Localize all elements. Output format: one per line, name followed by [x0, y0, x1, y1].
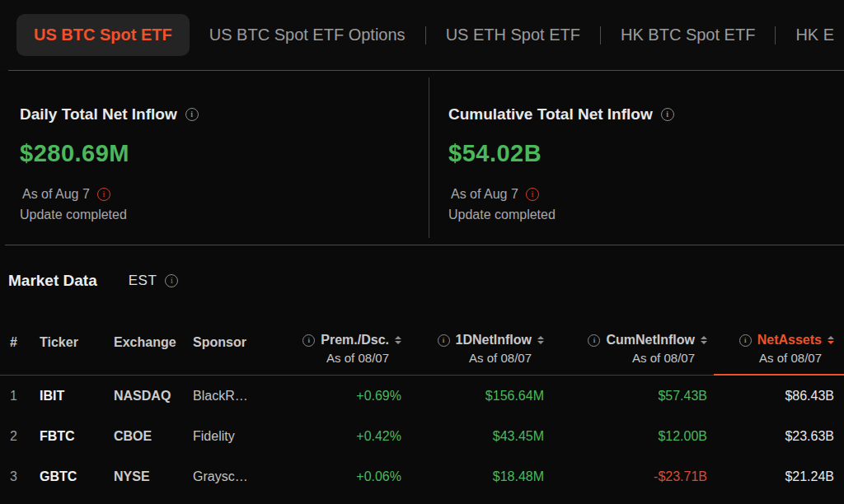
- daily-net-inflow-value: $280.69M: [20, 140, 199, 167]
- row-net-assets: $23.63B: [707, 429, 834, 444]
- col-header-sponsor: Sponsor: [193, 291, 284, 375]
- row-net-assets: $86.43B: [707, 389, 834, 404]
- cumulative-net-inflow-panel: Cumulative Total Net Inflow i $54.02B As…: [448, 71, 674, 222]
- col-header-exchange: Exchange: [114, 291, 193, 375]
- info-icon[interactable]: i: [438, 334, 450, 347]
- col-header-ticker: Ticker: [40, 291, 114, 375]
- col-as-of-date: As of 08/07: [707, 351, 834, 365]
- market-data-header: Market Data EST i: [8, 271, 844, 291]
- daily-update-status: Update completed: [20, 208, 199, 222]
- row-ticker: GBTC: [40, 469, 114, 484]
- col-as-of-date: As of 08/07: [284, 351, 401, 365]
- market-table-header: # Ticker Exchange Sponsor i Prem./Dsc. A…: [0, 291, 844, 376]
- info-icon[interactable]: i: [739, 334, 752, 347]
- row-1d-net-inflow: $43.45M: [401, 429, 544, 444]
- row-prem-dsc: +0.69%: [284, 389, 401, 404]
- cumulative-as-of-date: As of Aug 7: [451, 187, 518, 202]
- sort-arrows-icon[interactable]: [828, 336, 834, 345]
- row-exchange: CBOE: [114, 429, 193, 444]
- col-header-cum-net-inflow[interactable]: i CumNetInflow As of 08/07: [544, 291, 707, 375]
- info-icon[interactable]: i: [588, 334, 600, 347]
- tab-us-btc-spot-etf[interactable]: US BTC Spot ETF: [16, 14, 190, 56]
- row-cum-net-inflow: $12.00B: [544, 429, 707, 444]
- daily-as-of-date: As of Aug 7: [22, 187, 90, 202]
- table-row-ibit[interactable]: 1 IBIT NASDAQ BlackR… +0.69% $156.64M $5…: [0, 376, 844, 416]
- row-rank: 2: [0, 429, 40, 444]
- info-icon[interactable]: i: [185, 108, 199, 121]
- vertical-divider: [429, 77, 429, 238]
- cumulative-update-status: Update completed: [448, 208, 674, 222]
- daily-net-inflow-title: Daily Total Net Inflow: [20, 105, 177, 124]
- col-header-net-assets[interactable]: i NetAssets As of 08/07: [707, 291, 834, 375]
- sort-arrows-icon[interactable]: [537, 336, 544, 345]
- row-ticker: FBTC: [40, 429, 114, 444]
- info-icon[interactable]: i: [661, 108, 674, 121]
- update-info-icon[interactable]: i: [97, 188, 110, 201]
- col-header-1d-net-inflow[interactable]: i 1DNetInflow As of 08/07: [401, 291, 544, 375]
- col-as-of-date: As of 08/07: [401, 351, 544, 365]
- tab-hk-btc-spot-etf[interactable]: HK BTC Spot ETF: [601, 14, 775, 56]
- col-header-rank: #: [0, 291, 40, 375]
- tab-us-btc-spot-etf-options[interactable]: US BTC Spot ETF Options: [190, 14, 425, 56]
- sort-arrows-icon[interactable]: [701, 336, 707, 345]
- daily-net-inflow-panel: Daily Total Net Inflow i $280.69M As of …: [20, 71, 199, 222]
- row-prem-dsc: +0.06%: [284, 469, 401, 484]
- tab-us-eth-spot-etf[interactable]: US ETH Spot ETF: [426, 14, 600, 56]
- row-ticker: IBIT: [40, 389, 114, 404]
- row-prem-dsc: +0.42%: [284, 429, 401, 444]
- row-rank: 3: [0, 469, 40, 484]
- inflow-summary-section: Daily Total Net Inflow i $280.69M As of …: [0, 71, 844, 245]
- row-net-assets: $21.24B: [707, 469, 834, 484]
- row-sponsor: Fidelity: [193, 429, 284, 444]
- row-cum-net-inflow: -$23.71B: [544, 469, 707, 484]
- row-exchange: NYSE: [114, 469, 193, 484]
- table-row-fbtc[interactable]: 2 FBTC CBOE Fidelity +0.42% $43.45M $12.…: [0, 416, 844, 456]
- col-as-of-date: As of 08/07: [544, 351, 707, 365]
- timezone-label: EST: [129, 273, 157, 289]
- row-rank: 1: [0, 389, 40, 404]
- row-sponsor: Graysc…: [193, 469, 284, 484]
- tab-hk-eth-spot-etf[interactable]: HK E: [776, 14, 844, 56]
- row-cum-net-inflow: $57.43B: [544, 389, 707, 404]
- etf-category-tabbar: US BTC Spot ETF US BTC Spot ETF Options …: [0, 0, 844, 70]
- update-info-icon[interactable]: i: [526, 188, 539, 201]
- row-1d-net-inflow: $18.48M: [401, 469, 544, 484]
- info-icon[interactable]: i: [302, 334, 315, 347]
- row-1d-net-inflow: $156.64M: [401, 389, 544, 404]
- col-header-prem-dsc[interactable]: i Prem./Dsc. As of 08/07: [284, 291, 401, 375]
- market-data-title: Market Data: [8, 272, 97, 290]
- sort-arrows-icon[interactable]: [395, 336, 401, 345]
- cumulative-net-inflow-title: Cumulative Total Net Inflow: [448, 105, 653, 124]
- info-icon[interactable]: i: [165, 274, 178, 287]
- horizontal-divider: [5, 245, 844, 245]
- table-row-gbtc[interactable]: 3 GBTC NYSE Graysc… +0.06% $18.48M -$23.…: [0, 456, 844, 497]
- row-exchange: NASDAQ: [114, 389, 193, 404]
- cumulative-net-inflow-value: $54.02B: [448, 140, 674, 167]
- row-sponsor: BlackR…: [193, 389, 284, 404]
